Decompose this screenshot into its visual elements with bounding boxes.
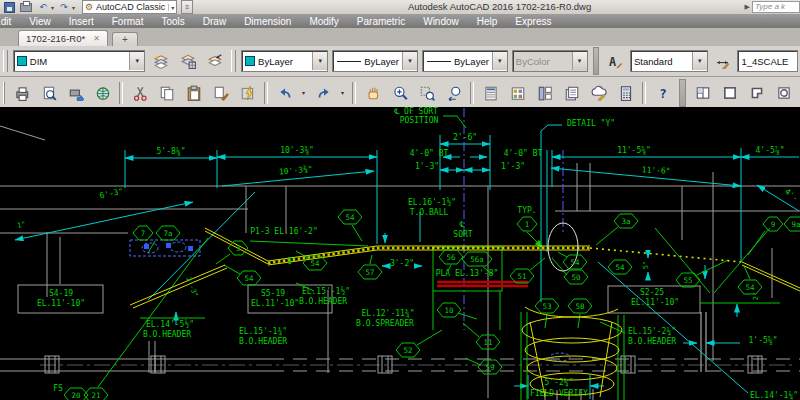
redo-dropdown[interactable]: ▾ <box>337 81 348 105</box>
undo-dropdown[interactable]: ▾ <box>51 4 54 11</box>
selection-highlight <box>130 240 570 361</box>
svg-text:A: A <box>609 54 616 68</box>
menu-item-window[interactable]: Window <box>414 16 468 27</box>
drawing-canvas[interactable]: 77a3545454575656a5113a545054555499a10521… <box>0 107 800 400</box>
workspace-combo[interactable]: ⚙ AutoCAD Classic ▾ <box>82 0 177 14</box>
toolbar-separator <box>264 82 268 104</box>
paste-button[interactable] <box>181 80 206 106</box>
zoom-previous-button[interactable] <box>441 80 466 106</box>
design-center-button[interactable] <box>505 80 530 106</box>
file-tab-active[interactable]: 1702-216-R0* ✕ <box>18 30 108 46</box>
close-icon[interactable]: ✕ <box>93 34 100 43</box>
help-button[interactable]: ? <box>650 80 675 106</box>
properties-button[interactable] <box>478 80 503 106</box>
menu-item-edit[interactable]: Edit <box>0 16 20 27</box>
web-button[interactable] <box>90 80 115 106</box>
annotation-text: 2'-3" <box>184 276 199 299</box>
copy-button[interactable] <box>154 80 179 106</box>
save-button[interactable] <box>2 2 16 13</box>
pan-button[interactable] <box>360 80 385 106</box>
highlight-lines <box>437 282 528 286</box>
text-style-button[interactable]: A <box>603 48 627 74</box>
layer-previous-button[interactable] <box>202 48 227 74</box>
hex-callout-label: 1 <box>525 220 530 229</box>
quick-access-overflow[interactable]: ≡ <box>181 0 193 14</box>
color-value: ByLayer <box>255 56 312 67</box>
redo-dropdown[interactable]: ▾ <box>72 4 75 11</box>
annotation-text: FIELD VERIFY <box>530 389 588 398</box>
menu-item-format[interactable]: Format <box>103 16 153 27</box>
annotation-text: EL.15'-1½" <box>302 286 350 296</box>
chevron-down-icon[interactable]: ▾ <box>692 52 707 70</box>
cut-button[interactable] <box>127 80 152 106</box>
layer-value: DIM <box>27 56 129 67</box>
new-tab-button[interactable]: + <box>112 32 138 46</box>
chevron-down-icon[interactable]: ▾ <box>129 52 144 70</box>
plot-button[interactable] <box>9 80 34 106</box>
hex-callout-label: 11 <box>483 338 492 347</box>
zoom-realtime-button[interactable] <box>387 80 412 106</box>
chevron-down-icon[interactable]: ▾ <box>312 52 327 70</box>
menu-item-help[interactable]: Help <box>468 16 507 27</box>
annotation-text: ℄ <box>459 220 465 229</box>
layer-combo[interactable]: DIM ▾ <box>13 50 145 72</box>
redo-button[interactable] <box>311 80 336 106</box>
markup-set-button[interactable] <box>586 80 611 106</box>
preview-icon <box>41 85 57 101</box>
annotation-text: POSITION <box>400 116 439 125</box>
preview-button[interactable] <box>36 80 61 106</box>
search-go-icon[interactable]: ▶ <box>743 3 752 11</box>
undo-button[interactable] <box>272 80 297 106</box>
title-bar: ↶▾ ↷▾ ⚙ AutoCAD Classic ▾ ≡ Autodesk Aut… <box>0 0 800 15</box>
toolbar-grip[interactable] <box>3 50 8 72</box>
menu-item-parametric[interactable]: Parametric <box>348 16 414 27</box>
block-edit-button[interactable] <box>235 80 260 106</box>
lineweight-combo[interactable]: ByLayer ▾ <box>422 50 508 72</box>
annotation-text: SORT <box>453 230 472 239</box>
plot-button[interactable] <box>19 2 33 13</box>
chevron-down-icon[interactable]: ▾ <box>402 52 417 70</box>
toolbar-grip[interactable] <box>231 50 236 72</box>
zoom-window-button[interactable] <box>414 80 439 106</box>
redo-button[interactable]: ↷ <box>57 2 71 13</box>
linetype-combo[interactable]: ByLayer ▾ <box>332 50 418 72</box>
layer-states-button[interactable] <box>175 48 200 74</box>
cut-icon <box>132 85 148 101</box>
hex-callout-label: 54 <box>310 259 320 268</box>
toolbar-separator[interactable] <box>593 47 600 75</box>
menu-item-dimension[interactable]: Dimension <box>235 16 300 27</box>
tool-palettes-button[interactable] <box>532 80 557 106</box>
toolbar-grip[interactable] <box>3 82 5 104</box>
layer-properties-button[interactable] <box>148 48 173 74</box>
match-props-button[interactable] <box>208 80 233 106</box>
hex-callout-label: 50 <box>571 273 581 282</box>
menu-item-insert[interactable]: Insert <box>60 16 103 27</box>
annotation-text: 5" <box>642 261 650 269</box>
sheet-set-button[interactable] <box>559 80 584 106</box>
menu-item-draw[interactable]: Draw <box>194 16 235 27</box>
search-input[interactable]: Type a k <box>752 1 800 13</box>
toolbar-separator[interactable] <box>679 79 686 107</box>
menu-item-modify[interactable]: Modify <box>300 16 347 27</box>
hex-callout-label: 56a <box>470 255 484 264</box>
annotation-text: DETAIL "Y" <box>567 119 615 128</box>
menu-item-tools[interactable]: Tools <box>152 16 193 27</box>
undo-dropdown[interactable]: ▾ <box>298 81 309 105</box>
undo-button[interactable]: ↶ <box>36 2 50 13</box>
color-combo[interactable]: ByLayer ▾ <box>241 50 328 72</box>
dim-style-button[interactable] <box>711 48 735 74</box>
vp-poly-button[interactable] <box>744 80 769 106</box>
vp-named-button[interactable] <box>690 80 715 106</box>
publish-button[interactable] <box>63 80 88 106</box>
menu-item-view[interactable]: View <box>20 16 60 27</box>
dim-style-combo[interactable]: 1_4SCALE <box>737 50 798 72</box>
text-style-combo[interactable]: Standard ▾ <box>630 50 708 72</box>
block-edit-icon <box>240 85 256 101</box>
chevron-down-icon[interactable]: ▾ <box>492 52 507 70</box>
hex-callout-label: 51 <box>517 272 526 281</box>
vp-object-button[interactable] <box>771 80 796 106</box>
menu-item-express[interactable]: Express <box>506 16 560 27</box>
vp-single-button[interactable] <box>717 80 742 106</box>
quick-calc-button[interactable] <box>613 80 638 106</box>
annotation-text: 11'-5⅝" <box>617 146 651 155</box>
